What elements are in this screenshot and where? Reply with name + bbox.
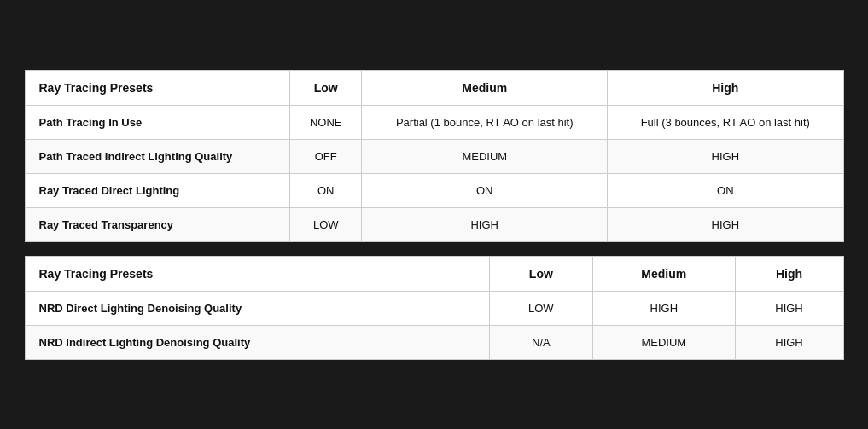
nrd-row2-label: NRD Indirect Lighting Denoising Quality xyxy=(25,325,489,359)
row3-label: Ray Traced Direct Lighting xyxy=(25,173,290,207)
nrd-row1-medium: HIGH xyxy=(593,291,735,325)
nrd-row1-label: NRD Direct Lighting Denoising Quality xyxy=(25,291,489,325)
row2-high: HIGH xyxy=(608,139,843,173)
table-row: NRD Indirect Lighting Denoising Quality … xyxy=(25,325,843,359)
table1-header-row: Ray Tracing Presets Low Medium High xyxy=(25,70,843,105)
row4-label: Ray Traced Transparency xyxy=(25,207,290,241)
table-row: NRD Direct Lighting Denoising Quality LO… xyxy=(25,291,843,325)
table1-col-header-low: Low xyxy=(290,70,362,105)
nrd-row1-high: HIGH xyxy=(735,291,843,325)
row1-medium: Partial (1 bounce, RT AO on last hit) xyxy=(362,105,608,139)
table-row: Path Traced Indirect Lighting Quality OF… xyxy=(25,139,843,173)
row1-label: Path Tracing In Use xyxy=(25,105,290,139)
table2-col-header-presets: Ray Tracing Presets xyxy=(25,256,489,291)
table-row: Path Tracing In Use NONE Partial (1 boun… xyxy=(25,105,843,139)
table2-col-header-medium: Medium xyxy=(593,256,735,291)
row3-medium: ON xyxy=(362,173,608,207)
table2-header-row: Ray Tracing Presets Low Medium High xyxy=(25,256,843,291)
row4-high: HIGH xyxy=(608,207,843,241)
nrd-row2-high: HIGH xyxy=(735,325,843,359)
row1-low: NONE xyxy=(290,105,362,139)
ray-tracing-presets-table: Ray Tracing Presets Low Medium High Path… xyxy=(25,70,844,242)
row4-medium: HIGH xyxy=(362,207,608,241)
row3-low: ON xyxy=(290,173,362,207)
row2-medium: MEDIUM xyxy=(362,139,608,173)
table-row: Ray Traced Transparency LOW HIGH HIGH xyxy=(25,207,843,241)
table2-col-header-low: Low xyxy=(489,256,592,291)
table2-col-header-high: High xyxy=(735,256,843,291)
table1-col-header-medium: Medium xyxy=(362,70,608,105)
main-container: Ray Tracing Presets Low Medium High Path… xyxy=(25,70,844,360)
table-row: Ray Traced Direct Lighting ON ON ON xyxy=(25,173,843,207)
row1-high: Full (3 bounces, RT AO on last hit) xyxy=(608,105,843,139)
table1-col-header-presets: Ray Tracing Presets xyxy=(25,70,290,105)
nrd-denoising-table: Ray Tracing Presets Low Medium High NRD … xyxy=(25,256,844,360)
nrd-row2-low: N/A xyxy=(489,325,592,359)
nrd-row1-low: LOW xyxy=(489,291,592,325)
row2-low: OFF xyxy=(290,139,362,173)
row4-low: LOW xyxy=(290,207,362,241)
nrd-row2-medium: MEDIUM xyxy=(593,325,735,359)
row3-high: ON xyxy=(608,173,843,207)
row2-label: Path Traced Indirect Lighting Quality xyxy=(25,139,290,173)
table1-col-header-high: High xyxy=(608,70,843,105)
